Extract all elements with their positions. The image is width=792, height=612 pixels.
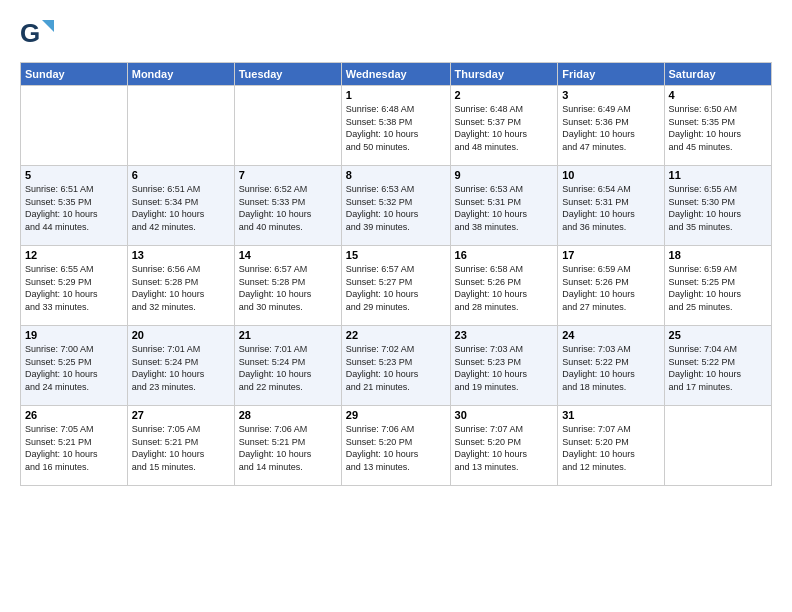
calendar-cell: 16Sunrise: 6:58 AM Sunset: 5:26 PM Dayli… [450, 246, 558, 326]
day-info: Sunrise: 7:03 AM Sunset: 5:22 PM Dayligh… [562, 343, 659, 393]
day-number: 24 [562, 329, 659, 341]
day-info: Sunrise: 7:02 AM Sunset: 5:23 PM Dayligh… [346, 343, 446, 393]
svg-marker-2 [42, 20, 54, 32]
calendar-cell: 28Sunrise: 7:06 AM Sunset: 5:21 PM Dayli… [234, 406, 341, 486]
day-info: Sunrise: 7:01 AM Sunset: 5:24 PM Dayligh… [239, 343, 337, 393]
calendar-cell: 25Sunrise: 7:04 AM Sunset: 5:22 PM Dayli… [664, 326, 771, 406]
day-number: 18 [669, 249, 767, 261]
calendar-week-row: 19Sunrise: 7:00 AM Sunset: 5:25 PM Dayli… [21, 326, 772, 406]
calendar-cell: 29Sunrise: 7:06 AM Sunset: 5:20 PM Dayli… [341, 406, 450, 486]
day-info: Sunrise: 7:07 AM Sunset: 5:20 PM Dayligh… [455, 423, 554, 473]
weekday-header-wednesday: Wednesday [341, 63, 450, 86]
calendar-week-row: 1Sunrise: 6:48 AM Sunset: 5:38 PM Daylig… [21, 86, 772, 166]
day-number: 12 [25, 249, 123, 261]
day-number: 19 [25, 329, 123, 341]
calendar-cell: 26Sunrise: 7:05 AM Sunset: 5:21 PM Dayli… [21, 406, 128, 486]
day-info: Sunrise: 6:54 AM Sunset: 5:31 PM Dayligh… [562, 183, 659, 233]
weekday-header-saturday: Saturday [664, 63, 771, 86]
day-info: Sunrise: 6:58 AM Sunset: 5:26 PM Dayligh… [455, 263, 554, 313]
calendar-week-row: 5Sunrise: 6:51 AM Sunset: 5:35 PM Daylig… [21, 166, 772, 246]
weekday-header-tuesday: Tuesday [234, 63, 341, 86]
calendar-cell: 27Sunrise: 7:05 AM Sunset: 5:21 PM Dayli… [127, 406, 234, 486]
weekday-header-thursday: Thursday [450, 63, 558, 86]
calendar-week-row: 26Sunrise: 7:05 AM Sunset: 5:21 PM Dayli… [21, 406, 772, 486]
calendar-cell: 11Sunrise: 6:55 AM Sunset: 5:30 PM Dayli… [664, 166, 771, 246]
day-number: 25 [669, 329, 767, 341]
day-number: 8 [346, 169, 446, 181]
day-info: Sunrise: 6:53 AM Sunset: 5:31 PM Dayligh… [455, 183, 554, 233]
day-info: Sunrise: 6:59 AM Sunset: 5:26 PM Dayligh… [562, 263, 659, 313]
weekday-header-friday: Friday [558, 63, 664, 86]
calendar-cell: 14Sunrise: 6:57 AM Sunset: 5:28 PM Dayli… [234, 246, 341, 326]
day-number: 15 [346, 249, 446, 261]
day-info: Sunrise: 7:05 AM Sunset: 5:21 PM Dayligh… [25, 423, 123, 473]
calendar-cell: 19Sunrise: 7:00 AM Sunset: 5:25 PM Dayli… [21, 326, 128, 406]
calendar-cell: 5Sunrise: 6:51 AM Sunset: 5:35 PM Daylig… [21, 166, 128, 246]
day-info: Sunrise: 6:55 AM Sunset: 5:30 PM Dayligh… [669, 183, 767, 233]
day-info: Sunrise: 6:49 AM Sunset: 5:36 PM Dayligh… [562, 103, 659, 153]
day-info: Sunrise: 6:52 AM Sunset: 5:33 PM Dayligh… [239, 183, 337, 233]
day-info: Sunrise: 6:59 AM Sunset: 5:25 PM Dayligh… [669, 263, 767, 313]
day-info: Sunrise: 6:53 AM Sunset: 5:32 PM Dayligh… [346, 183, 446, 233]
day-number: 9 [455, 169, 554, 181]
day-number: 7 [239, 169, 337, 181]
calendar-cell: 23Sunrise: 7:03 AM Sunset: 5:23 PM Dayli… [450, 326, 558, 406]
day-info: Sunrise: 7:06 AM Sunset: 5:21 PM Dayligh… [239, 423, 337, 473]
day-info: Sunrise: 7:06 AM Sunset: 5:20 PM Dayligh… [346, 423, 446, 473]
calendar-body: 1Sunrise: 6:48 AM Sunset: 5:38 PM Daylig… [21, 86, 772, 486]
calendar-cell: 6Sunrise: 6:51 AM Sunset: 5:34 PM Daylig… [127, 166, 234, 246]
day-number: 16 [455, 249, 554, 261]
calendar-cell: 12Sunrise: 6:55 AM Sunset: 5:29 PM Dayli… [21, 246, 128, 326]
day-number: 6 [132, 169, 230, 181]
day-info: Sunrise: 6:51 AM Sunset: 5:35 PM Dayligh… [25, 183, 123, 233]
calendar-cell: 8Sunrise: 6:53 AM Sunset: 5:32 PM Daylig… [341, 166, 450, 246]
calendar-cell: 4Sunrise: 6:50 AM Sunset: 5:35 PM Daylig… [664, 86, 771, 166]
day-number: 11 [669, 169, 767, 181]
calendar-cell: 31Sunrise: 7:07 AM Sunset: 5:20 PM Dayli… [558, 406, 664, 486]
calendar-week-row: 12Sunrise: 6:55 AM Sunset: 5:29 PM Dayli… [21, 246, 772, 326]
calendar-cell: 1Sunrise: 6:48 AM Sunset: 5:38 PM Daylig… [341, 86, 450, 166]
day-number: 5 [25, 169, 123, 181]
day-number: 1 [346, 89, 446, 101]
day-number: 14 [239, 249, 337, 261]
day-info: Sunrise: 6:57 AM Sunset: 5:27 PM Dayligh… [346, 263, 446, 313]
day-info: Sunrise: 7:03 AM Sunset: 5:23 PM Dayligh… [455, 343, 554, 393]
logo: G [20, 16, 60, 52]
day-info: Sunrise: 7:00 AM Sunset: 5:25 PM Dayligh… [25, 343, 123, 393]
day-info: Sunrise: 6:56 AM Sunset: 5:28 PM Dayligh… [132, 263, 230, 313]
calendar-cell: 3Sunrise: 6:49 AM Sunset: 5:36 PM Daylig… [558, 86, 664, 166]
weekday-header-sunday: Sunday [21, 63, 128, 86]
calendar-cell: 15Sunrise: 6:57 AM Sunset: 5:27 PM Dayli… [341, 246, 450, 326]
day-number: 28 [239, 409, 337, 421]
day-info: Sunrise: 6:57 AM Sunset: 5:28 PM Dayligh… [239, 263, 337, 313]
day-number: 10 [562, 169, 659, 181]
day-number: 21 [239, 329, 337, 341]
calendar-cell: 2Sunrise: 6:48 AM Sunset: 5:37 PM Daylig… [450, 86, 558, 166]
calendar-cell: 17Sunrise: 6:59 AM Sunset: 5:26 PM Dayli… [558, 246, 664, 326]
logo-icon: G [20, 16, 56, 52]
calendar-cell: 20Sunrise: 7:01 AM Sunset: 5:24 PM Dayli… [127, 326, 234, 406]
day-info: Sunrise: 7:07 AM Sunset: 5:20 PM Dayligh… [562, 423, 659, 473]
calendar-cell: 30Sunrise: 7:07 AM Sunset: 5:20 PM Dayli… [450, 406, 558, 486]
calendar-table: SundayMondayTuesdayWednesdayThursdayFrid… [20, 62, 772, 486]
calendar-cell: 13Sunrise: 6:56 AM Sunset: 5:28 PM Dayli… [127, 246, 234, 326]
day-number: 2 [455, 89, 554, 101]
calendar-cell: 7Sunrise: 6:52 AM Sunset: 5:33 PM Daylig… [234, 166, 341, 246]
day-info: Sunrise: 6:48 AM Sunset: 5:37 PM Dayligh… [455, 103, 554, 153]
day-info: Sunrise: 6:50 AM Sunset: 5:35 PM Dayligh… [669, 103, 767, 153]
day-number: 26 [25, 409, 123, 421]
calendar-cell: 10Sunrise: 6:54 AM Sunset: 5:31 PM Dayli… [558, 166, 664, 246]
calendar-cell [21, 86, 128, 166]
calendar-cell: 18Sunrise: 6:59 AM Sunset: 5:25 PM Dayli… [664, 246, 771, 326]
day-info: Sunrise: 6:48 AM Sunset: 5:38 PM Dayligh… [346, 103, 446, 153]
page-header: G [20, 16, 772, 52]
day-number: 13 [132, 249, 230, 261]
day-number: 30 [455, 409, 554, 421]
day-number: 27 [132, 409, 230, 421]
calendar-cell: 22Sunrise: 7:02 AM Sunset: 5:23 PM Dayli… [341, 326, 450, 406]
calendar-cell: 9Sunrise: 6:53 AM Sunset: 5:31 PM Daylig… [450, 166, 558, 246]
calendar-cell [127, 86, 234, 166]
calendar-header: SundayMondayTuesdayWednesdayThursdayFrid… [21, 63, 772, 86]
day-number: 29 [346, 409, 446, 421]
day-info: Sunrise: 6:55 AM Sunset: 5:29 PM Dayligh… [25, 263, 123, 313]
